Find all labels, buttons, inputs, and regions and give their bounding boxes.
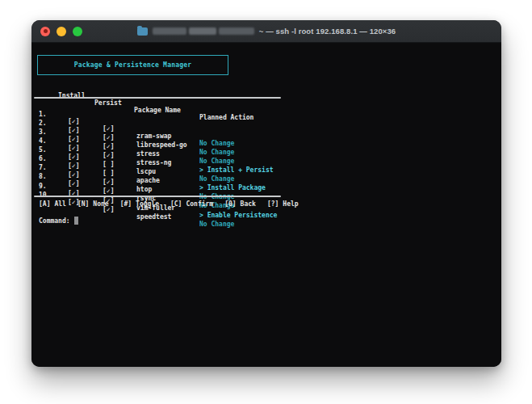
table-row: 2. [✓] [✓] librespeed-go No Change bbox=[31, 112, 501, 121]
package-name: speedtest bbox=[136, 213, 171, 221]
window-titlebar[interactable]: ~ — ssh -l root 192.168.8.1 — 120×36 bbox=[31, 20, 501, 43]
shortcut-none: [N]None bbox=[77, 200, 109, 208]
traffic-lights bbox=[40, 20, 82, 42]
header-separator bbox=[34, 97, 281, 99]
table-row: 3. [✓] [✓] stress No Change bbox=[31, 121, 501, 130]
table-row: 10. [✓] [✓] speedtest No Change bbox=[31, 184, 501, 193]
footer-separator bbox=[34, 196, 281, 197]
terminal-screen[interactable]: Package & Persistence Manager Install Pe… bbox=[31, 43, 501, 367]
minimize-button[interactable] bbox=[57, 27, 66, 36]
table-header: Install Persist Package Name Planned Act… bbox=[31, 85, 501, 94]
shortcut-confirm: [C]Confirm bbox=[170, 200, 213, 208]
manager-title-box: Package & Persistence Manager bbox=[37, 55, 228, 75]
shortcut-bar: [A]All [N]None [#]Toggle [C]Confirm [0]B… bbox=[39, 200, 299, 208]
terminal-cursor[interactable] bbox=[74, 217, 79, 225]
titlebar-title-group: ~ — ssh -l root 192.168.8.1 — 120×36 bbox=[137, 27, 396, 36]
manager-title: Package & Persistence Manager bbox=[74, 61, 191, 69]
planned-action: > Enable Persistence bbox=[199, 212, 277, 219]
close-button[interactable] bbox=[40, 27, 50, 36]
table-row: 9. [✓] [✓] vim-fuller > Enable Persisten… bbox=[31, 175, 501, 184]
table-row: 5. [✓] [ ] lscpu No Change bbox=[31, 139, 501, 148]
terminal-window: ~ — ssh -l root 192.168.8.1 — 120×36 Pac… bbox=[31, 20, 501, 367]
shortcut-all: [A]All bbox=[39, 200, 66, 208]
window-title: ~ — ssh -l root 192.168.8.1 — 120×36 bbox=[259, 27, 396, 36]
table-row: 8. [✓] [✓] rsync No Change bbox=[31, 166, 501, 175]
table-row: 7. [✓] [✓] htop No Change bbox=[31, 157, 501, 166]
planned-action: No Change bbox=[199, 221, 234, 228]
command-prompt-label: Command: bbox=[39, 217, 70, 225]
folder-icon bbox=[137, 27, 148, 36]
shortcut-back: [0]Back bbox=[224, 200, 256, 208]
table-row: 1. [✓] [✓] zram-swap No Change bbox=[31, 103, 501, 112]
table-row: 4. [✓] [✓] stress-ng > Install + Persist bbox=[31, 130, 501, 139]
maximize-button[interactable] bbox=[73, 27, 82, 36]
shortcut-help: [?]Help bbox=[267, 200, 299, 208]
shortcut-toggle: [#]Toggle bbox=[120, 200, 159, 208]
table-row: 6. [✓] [ ] apache > Install Package bbox=[31, 148, 501, 157]
redacted-title-segment bbox=[153, 27, 254, 35]
command-input[interactable]: Command: bbox=[39, 217, 78, 225]
